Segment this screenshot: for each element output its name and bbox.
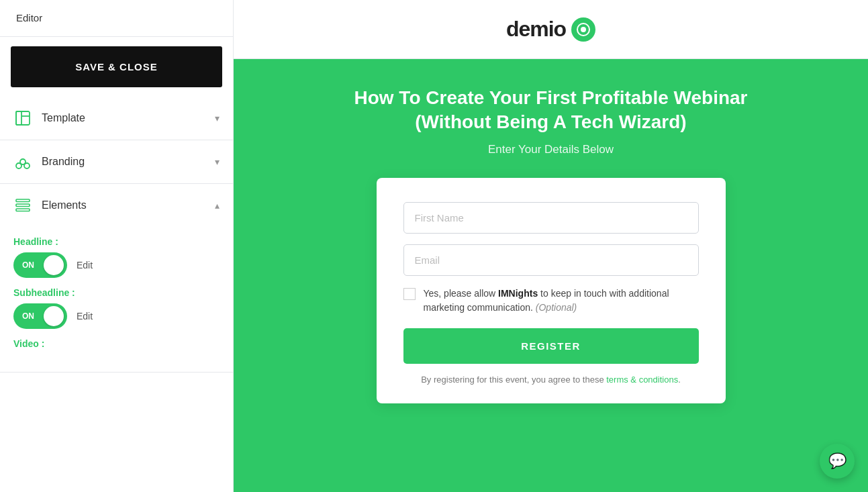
headline-toggle-knob: [44, 255, 64, 275]
terms-link[interactable]: terms & conditions: [606, 375, 678, 385]
branding-icon: [13, 152, 32, 171]
elements-icon: [13, 196, 32, 215]
terms-text: By registering for this event, you agree…: [403, 375, 699, 385]
elements-content: Headline : ON Edit Subheadline : ON: [0, 227, 233, 372]
editor-title: Editor: [16, 12, 42, 23]
top-bar: demio: [234, 0, 868, 59]
branding-label: Branding: [42, 156, 85, 168]
sidebar: Editor SAVE & CLOSE Template ▾: [0, 0, 234, 492]
template-chevron: ▾: [215, 113, 220, 124]
subheadline-element-row: Subheadline : ON Edit: [13, 287, 220, 329]
demio-logo-icon: [571, 17, 595, 42]
chat-icon: 💬: [828, 452, 847, 470]
video-label: Video :: [13, 338, 220, 349]
registration-card: Yes, please allow IMNights to keep in to…: [377, 178, 726, 403]
main-content: demio How To Create Your First Profitabl…: [234, 0, 868, 492]
subheadline-toggle-knob: [44, 306, 64, 326]
elements-section: Elements ▴ Headline : ON Edit Subheadlin…: [0, 184, 233, 373]
headline-label: Headline :: [13, 236, 220, 247]
register-button[interactable]: REGISTER: [403, 328, 699, 364]
webinar-subtitle: Enter Your Details Below: [488, 143, 614, 156]
terms-after: .: [678, 375, 681, 385]
branding-section: Branding ▾: [0, 140, 233, 184]
consent-label: Yes, please allow IMNights to keep in to…: [424, 287, 699, 315]
svg-point-4: [16, 163, 21, 168]
svg-rect-1: [16, 111, 21, 125]
elements-label: Elements: [42, 199, 87, 211]
video-element-row: Video :: [13, 338, 220, 349]
subheadline-toggle-label: ON: [17, 311, 34, 321]
webinar-title: How To Create Your First Profitable Webi…: [316, 86, 786, 135]
subheadline-toggle[interactable]: ON: [13, 303, 67, 329]
elements-chevron: ▴: [215, 200, 220, 211]
chat-bubble-button[interactable]: 💬: [820, 444, 855, 479]
consent-text-before: Yes, please allow: [424, 288, 499, 299]
consent-checkbox[interactable]: [403, 288, 416, 300]
template-section-header[interactable]: Template ▾: [0, 97, 233, 140]
logo-text: demio: [506, 17, 566, 42]
sidebar-header: Editor: [0, 0, 233, 37]
subheadline-edit-link[interactable]: Edit: [77, 311, 93, 322]
headline-toggle[interactable]: ON: [13, 252, 67, 278]
branding-section-header[interactable]: Branding ▾: [0, 140, 233, 183]
template-icon: [13, 109, 32, 128]
headline-toggle-label: ON: [17, 260, 34, 270]
logo-area: demio: [506, 17, 595, 42]
consent-optional: (Optional): [536, 302, 577, 313]
svg-rect-6: [16, 199, 30, 202]
subheadline-label: Subheadline :: [13, 287, 220, 298]
terms-before: By registering for this event, you agree…: [421, 375, 606, 385]
save-close-button[interactable]: SAVE & CLOSE: [11, 46, 222, 87]
template-section: Template ▾: [0, 97, 233, 140]
svg-point-10: [581, 27, 586, 32]
consent-checkbox-row: Yes, please allow IMNights to keep in to…: [403, 287, 699, 315]
branding-chevron: ▾: [215, 156, 220, 167]
template-label: Template: [42, 112, 85, 124]
webinar-preview: How To Create Your First Profitable Webi…: [234, 59, 868, 492]
headline-element-row: Headline : ON Edit: [13, 236, 220, 278]
svg-rect-0: [16, 111, 30, 125]
consent-brand: IMNights: [498, 288, 538, 299]
svg-point-5: [24, 163, 30, 168]
headline-edit-link[interactable]: Edit: [77, 260, 93, 270]
elements-section-header[interactable]: Elements ▴: [0, 184, 233, 227]
svg-rect-7: [16, 204, 30, 207]
svg-rect-8: [16, 209, 30, 211]
first-name-input[interactable]: [403, 202, 699, 234]
email-input[interactable]: [403, 244, 699, 276]
